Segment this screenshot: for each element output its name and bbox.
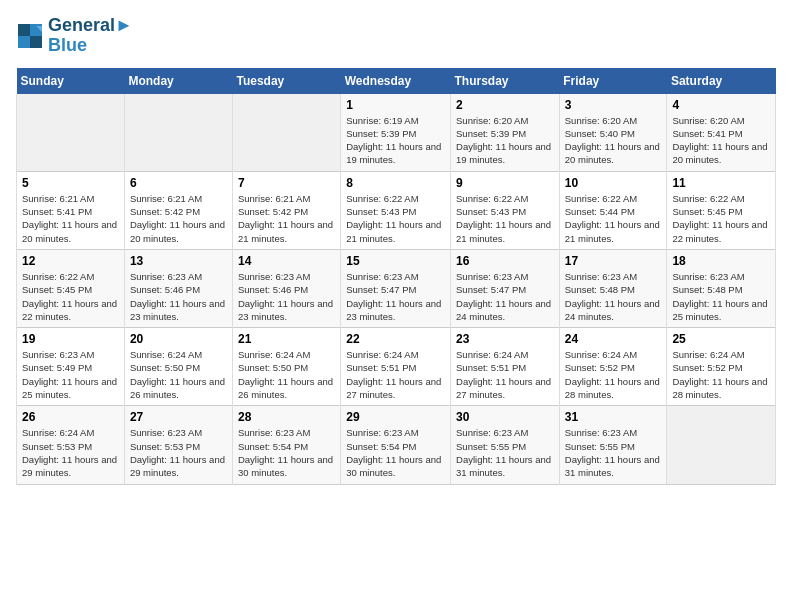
logo: General► Blue xyxy=(16,16,133,56)
day-info: Sunrise: 6:24 AM Sunset: 5:50 PM Dayligh… xyxy=(130,348,227,401)
day-info: Sunrise: 6:23 AM Sunset: 5:47 PM Dayligh… xyxy=(456,270,554,323)
day-number: 23 xyxy=(456,332,554,346)
weekday-header: Tuesday xyxy=(232,68,340,94)
calendar-body: 1Sunrise: 6:19 AM Sunset: 5:39 PM Daylig… xyxy=(17,94,776,484)
day-info: Sunrise: 6:23 AM Sunset: 5:46 PM Dayligh… xyxy=(238,270,335,323)
svg-rect-4 xyxy=(30,36,42,48)
day-number: 11 xyxy=(672,176,770,190)
day-number: 17 xyxy=(565,254,662,268)
calendar-cell: 23Sunrise: 6:24 AM Sunset: 5:51 PM Dayli… xyxy=(451,328,560,406)
calendar-cell: 21Sunrise: 6:24 AM Sunset: 5:50 PM Dayli… xyxy=(232,328,340,406)
weekday-header: Sunday xyxy=(17,68,125,94)
day-number: 14 xyxy=(238,254,335,268)
day-info: Sunrise: 6:20 AM Sunset: 5:41 PM Dayligh… xyxy=(672,114,770,167)
day-info: Sunrise: 6:24 AM Sunset: 5:53 PM Dayligh… xyxy=(22,426,119,479)
calendar-cell: 3Sunrise: 6:20 AM Sunset: 5:40 PM Daylig… xyxy=(559,94,667,172)
day-number: 16 xyxy=(456,254,554,268)
day-info: Sunrise: 6:23 AM Sunset: 5:54 PM Dayligh… xyxy=(346,426,445,479)
day-number: 12 xyxy=(22,254,119,268)
calendar-cell: 24Sunrise: 6:24 AM Sunset: 5:52 PM Dayli… xyxy=(559,328,667,406)
weekday-header-row: SundayMondayTuesdayWednesdayThursdayFrid… xyxy=(17,68,776,94)
day-info: Sunrise: 6:21 AM Sunset: 5:42 PM Dayligh… xyxy=(130,192,227,245)
day-number: 28 xyxy=(238,410,335,424)
calendar-cell: 22Sunrise: 6:24 AM Sunset: 5:51 PM Dayli… xyxy=(341,328,451,406)
calendar-week-row: 26Sunrise: 6:24 AM Sunset: 5:53 PM Dayli… xyxy=(17,406,776,484)
day-info: Sunrise: 6:24 AM Sunset: 5:51 PM Dayligh… xyxy=(456,348,554,401)
day-info: Sunrise: 6:20 AM Sunset: 5:40 PM Dayligh… xyxy=(565,114,662,167)
day-info: Sunrise: 6:22 AM Sunset: 5:43 PM Dayligh… xyxy=(456,192,554,245)
day-number: 15 xyxy=(346,254,445,268)
calendar-week-row: 1Sunrise: 6:19 AM Sunset: 5:39 PM Daylig… xyxy=(17,94,776,172)
calendar-cell: 14Sunrise: 6:23 AM Sunset: 5:46 PM Dayli… xyxy=(232,249,340,327)
calendar-cell: 12Sunrise: 6:22 AM Sunset: 5:45 PM Dayli… xyxy=(17,249,125,327)
calendar-cell: 27Sunrise: 6:23 AM Sunset: 5:53 PM Dayli… xyxy=(124,406,232,484)
day-number: 13 xyxy=(130,254,227,268)
day-number: 29 xyxy=(346,410,445,424)
day-number: 2 xyxy=(456,98,554,112)
day-info: Sunrise: 6:19 AM Sunset: 5:39 PM Dayligh… xyxy=(346,114,445,167)
calendar-cell: 5Sunrise: 6:21 AM Sunset: 5:41 PM Daylig… xyxy=(17,171,125,249)
svg-rect-1 xyxy=(18,24,30,36)
day-info: Sunrise: 6:23 AM Sunset: 5:49 PM Dayligh… xyxy=(22,348,119,401)
day-number: 21 xyxy=(238,332,335,346)
calendar-cell: 19Sunrise: 6:23 AM Sunset: 5:49 PM Dayli… xyxy=(17,328,125,406)
day-info: Sunrise: 6:23 AM Sunset: 5:55 PM Dayligh… xyxy=(456,426,554,479)
day-info: Sunrise: 6:23 AM Sunset: 5:48 PM Dayligh… xyxy=(565,270,662,323)
calendar-cell: 9Sunrise: 6:22 AM Sunset: 5:43 PM Daylig… xyxy=(451,171,560,249)
day-number: 9 xyxy=(456,176,554,190)
calendar-table: SundayMondayTuesdayWednesdayThursdayFrid… xyxy=(16,68,776,485)
calendar-week-row: 12Sunrise: 6:22 AM Sunset: 5:45 PM Dayli… xyxy=(17,249,776,327)
day-info: Sunrise: 6:20 AM Sunset: 5:39 PM Dayligh… xyxy=(456,114,554,167)
calendar-cell: 30Sunrise: 6:23 AM Sunset: 5:55 PM Dayli… xyxy=(451,406,560,484)
calendar-cell: 18Sunrise: 6:23 AM Sunset: 5:48 PM Dayli… xyxy=(667,249,776,327)
day-number: 3 xyxy=(565,98,662,112)
weekday-header: Monday xyxy=(124,68,232,94)
calendar-cell: 16Sunrise: 6:23 AM Sunset: 5:47 PM Dayli… xyxy=(451,249,560,327)
calendar-cell: 6Sunrise: 6:21 AM Sunset: 5:42 PM Daylig… xyxy=(124,171,232,249)
calendar-cell: 26Sunrise: 6:24 AM Sunset: 5:53 PM Dayli… xyxy=(17,406,125,484)
weekday-header: Friday xyxy=(559,68,667,94)
calendar-cell: 15Sunrise: 6:23 AM Sunset: 5:47 PM Dayli… xyxy=(341,249,451,327)
day-number: 27 xyxy=(130,410,227,424)
calendar-week-row: 19Sunrise: 6:23 AM Sunset: 5:49 PM Dayli… xyxy=(17,328,776,406)
day-info: Sunrise: 6:23 AM Sunset: 5:46 PM Dayligh… xyxy=(130,270,227,323)
day-info: Sunrise: 6:21 AM Sunset: 5:42 PM Dayligh… xyxy=(238,192,335,245)
calendar-cell: 2Sunrise: 6:20 AM Sunset: 5:39 PM Daylig… xyxy=(451,94,560,172)
logo-text: General► Blue xyxy=(48,16,133,56)
calendar-cell xyxy=(667,406,776,484)
calendar-cell: 25Sunrise: 6:24 AM Sunset: 5:52 PM Dayli… xyxy=(667,328,776,406)
weekday-header: Thursday xyxy=(451,68,560,94)
day-number: 8 xyxy=(346,176,445,190)
day-number: 20 xyxy=(130,332,227,346)
day-number: 31 xyxy=(565,410,662,424)
calendar-cell xyxy=(232,94,340,172)
calendar-cell: 11Sunrise: 6:22 AM Sunset: 5:45 PM Dayli… xyxy=(667,171,776,249)
day-number: 10 xyxy=(565,176,662,190)
day-number: 5 xyxy=(22,176,119,190)
day-number: 25 xyxy=(672,332,770,346)
weekday-header: Saturday xyxy=(667,68,776,94)
day-info: Sunrise: 6:23 AM Sunset: 5:53 PM Dayligh… xyxy=(130,426,227,479)
day-number: 1 xyxy=(346,98,445,112)
day-info: Sunrise: 6:24 AM Sunset: 5:52 PM Dayligh… xyxy=(565,348,662,401)
day-info: Sunrise: 6:23 AM Sunset: 5:47 PM Dayligh… xyxy=(346,270,445,323)
calendar-cell: 8Sunrise: 6:22 AM Sunset: 5:43 PM Daylig… xyxy=(341,171,451,249)
svg-rect-3 xyxy=(18,36,30,48)
day-info: Sunrise: 6:22 AM Sunset: 5:45 PM Dayligh… xyxy=(672,192,770,245)
calendar-cell xyxy=(17,94,125,172)
day-info: Sunrise: 6:22 AM Sunset: 5:43 PM Dayligh… xyxy=(346,192,445,245)
calendar-cell: 17Sunrise: 6:23 AM Sunset: 5:48 PM Dayli… xyxy=(559,249,667,327)
calendar-cell: 28Sunrise: 6:23 AM Sunset: 5:54 PM Dayli… xyxy=(232,406,340,484)
page-header: General► Blue xyxy=(16,16,776,56)
calendar-header: SundayMondayTuesdayWednesdayThursdayFrid… xyxy=(17,68,776,94)
logo-icon xyxy=(16,22,44,50)
calendar-week-row: 5Sunrise: 6:21 AM Sunset: 5:41 PM Daylig… xyxy=(17,171,776,249)
calendar-cell: 10Sunrise: 6:22 AM Sunset: 5:44 PM Dayli… xyxy=(559,171,667,249)
calendar-cell: 20Sunrise: 6:24 AM Sunset: 5:50 PM Dayli… xyxy=(124,328,232,406)
day-number: 6 xyxy=(130,176,227,190)
day-info: Sunrise: 6:24 AM Sunset: 5:50 PM Dayligh… xyxy=(238,348,335,401)
day-info: Sunrise: 6:24 AM Sunset: 5:52 PM Dayligh… xyxy=(672,348,770,401)
calendar-cell: 4Sunrise: 6:20 AM Sunset: 5:41 PM Daylig… xyxy=(667,94,776,172)
calendar-cell: 29Sunrise: 6:23 AM Sunset: 5:54 PM Dayli… xyxy=(341,406,451,484)
calendar-cell: 1Sunrise: 6:19 AM Sunset: 5:39 PM Daylig… xyxy=(341,94,451,172)
